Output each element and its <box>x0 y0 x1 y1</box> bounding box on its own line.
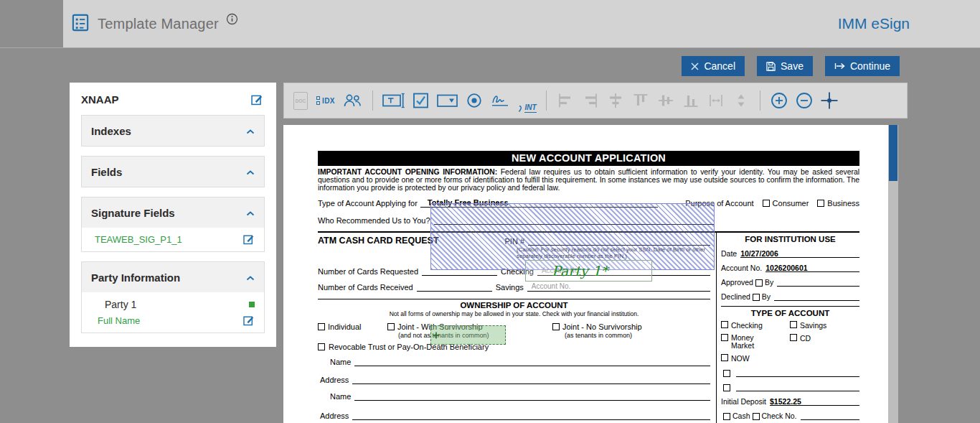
document-icon[interactable]: DOC <box>291 88 310 113</box>
fields-label: Fields <box>91 166 122 178</box>
align-right-icon[interactable] <box>581 88 600 113</box>
title-group: Template Manager <box>71 0 238 47</box>
party-field-value: Party 1* <box>552 263 608 279</box>
form-checkbox <box>721 321 728 328</box>
revocable-trust-row: Revocable Trust or Pay-On-Death Benefici… <box>318 343 710 351</box>
form-checkbox <box>318 323 325 330</box>
app-root: Template Manager IMM eSign Cancel Save C… <box>0 0 980 423</box>
scrollbar-thumb[interactable] <box>889 125 897 181</box>
parties-icon[interactable] <box>341 88 363 113</box>
dropdown-field-icon[interactable] <box>437 88 458 113</box>
form-checkbox <box>790 321 797 328</box>
toolbar-separator <box>760 90 760 111</box>
institution-date-row: Date 10/27/2006 <box>721 248 859 258</box>
form-checkbox <box>552 323 560 330</box>
initials-field-icon[interactable]: INT <box>518 88 537 113</box>
save-icon <box>766 62 776 71</box>
party-status-indicator <box>249 302 255 307</box>
address-row: Address <box>318 375 710 384</box>
institution-column: FOR INSTITUTION USE Date 10/27/2006 Acco… <box>716 233 859 423</box>
top-header: Template Manager IMM eSign <box>0 0 980 48</box>
checkbox-field-icon[interactable] <box>412 88 430 113</box>
initial-deposit-value: $1522.25 <box>770 397 801 406</box>
approved-row: ApprovedBy <box>721 277 859 287</box>
cash-check-row: Cash Check No. <box>721 411 859 420</box>
chevron-up-icon <box>246 124 255 137</box>
continue-label: Continue <box>850 60 890 72</box>
signature-field-item[interactable]: TEAWEB_SIG_P1_1 <box>82 228 264 251</box>
continue-button[interactable]: Continue <box>825 56 900 76</box>
reorder-icon[interactable] <box>732 88 750 113</box>
declined-row: DeclinedBy <box>721 292 859 301</box>
initial-deposit-row: Initial Deposit $1522.25 <box>721 396 859 406</box>
edit-signature-field-button[interactable] <box>243 233 255 245</box>
template-sidebar: XNAAP Indexes Fields Signature Fields <box>70 83 276 347</box>
document-page[interactable]: NEW ACCOUNT APPLICATION IMPORTANT ACCOUN… <box>283 125 888 423</box>
name-row: Name <box>318 357 710 366</box>
section-header-fields[interactable]: Fields <box>82 157 264 187</box>
party-field-name: Full Name <box>98 315 140 326</box>
signature-field-icon[interactable] <box>490 88 512 113</box>
form-checkbox <box>387 323 395 330</box>
section-header-indexes[interactable]: Indexes <box>82 116 264 146</box>
address-row: Address <box>318 411 710 420</box>
form-checkbox <box>721 354 728 361</box>
name-row: Name <box>318 391 710 401</box>
section-fields: Fields <box>81 156 265 187</box>
blank-line <box>801 412 859 420</box>
info-icon[interactable] <box>226 13 238 25</box>
party-fullname-value-overlay[interactable]: Party 1* <box>525 260 652 282</box>
section-party-information: Party Information Party 1 Full Name <box>81 261 265 333</box>
form-checkbox <box>755 279 763 287</box>
index-fields-icon[interactable]: IDX <box>316 88 335 113</box>
align-left-icon[interactable] <box>556 88 575 113</box>
form-checkbox <box>763 200 770 207</box>
zoom-out-icon[interactable] <box>795 88 814 113</box>
institution-account-value: 1026200601 <box>765 264 807 272</box>
document-viewer: NEW ACCOUNT APPLICATION IMPORTANT ACCOUN… <box>283 125 908 423</box>
money-market-checkbox: Money Market <box>721 334 790 350</box>
center-document-icon[interactable] <box>820 88 839 113</box>
section-header-signature-fields[interactable]: Signature Fields <box>82 197 264 228</box>
toolbar-separator <box>372 90 373 111</box>
section-header-party-information[interactable]: Party Information <box>82 262 264 292</box>
sidebar-header: XNAAP <box>70 83 276 115</box>
radio-field-icon[interactable] <box>465 88 484 113</box>
form-title: NEW ACCOUNT APPLICATION <box>318 151 859 166</box>
align-center-icon[interactable] <box>606 88 625 113</box>
text-field-icon[interactable] <box>382 88 405 113</box>
form-checkbox <box>753 294 760 301</box>
fullname-field-overlay[interactable] <box>430 325 506 345</box>
form-checkbox <box>723 413 730 420</box>
vertical-scrollbar[interactable] <box>888 125 898 423</box>
savings-account-field: Account No. <box>527 282 710 292</box>
align-middle-icon[interactable] <box>656 88 675 113</box>
indexes-label: Indexes <box>91 125 131 137</box>
form-preview: NEW ACCOUNT APPLICATION IMPORTANT ACCOUN… <box>318 151 859 423</box>
business-checkbox: Business <box>817 199 859 208</box>
section-indexes: Indexes <box>81 115 265 147</box>
align-bottom-icon[interactable] <box>682 88 700 113</box>
cancel-label: Cancel <box>704 60 735 72</box>
blank-line <box>736 368 859 377</box>
save-label: Save <box>781 60 804 72</box>
match-size-icon[interactable] <box>707 88 725 113</box>
toolbar-separator <box>546 90 547 111</box>
checking-checkbox: Checking <box>721 321 790 330</box>
save-button[interactable]: Save <box>757 56 813 76</box>
blank-line <box>352 412 710 420</box>
blank-account-type-row <box>721 382 859 391</box>
party-item[interactable]: Party 1 <box>82 292 264 312</box>
index-squares-icon <box>316 96 320 105</box>
form-checkbox <box>817 200 824 207</box>
edit-template-name-button[interactable] <box>251 93 263 106</box>
party-field-item[interactable]: Full Name <box>82 312 264 333</box>
blank-line <box>774 292 859 301</box>
edit-party-field-button[interactable] <box>243 315 255 326</box>
institution-date-value: 10/27/2006 <box>740 249 778 258</box>
form-checkbox <box>723 370 730 377</box>
ownership-section: OWNERSHIP OF ACCOUNT Not all forms of ow… <box>318 299 710 423</box>
cancel-button[interactable]: Cancel <box>682 56 745 76</box>
align-top-icon[interactable] <box>631 88 650 113</box>
zoom-in-icon[interactable] <box>770 88 788 113</box>
